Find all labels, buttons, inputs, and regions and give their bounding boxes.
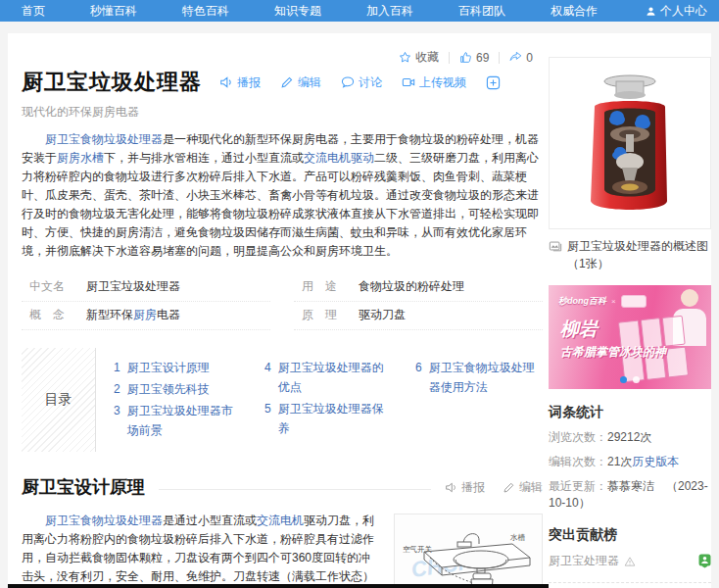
toc-item-2[interactable]: 2 厨卫宝领先科技 <box>114 379 239 399</box>
toc-label: 厨卫宝垃圾处理器市场前景 <box>127 401 239 440</box>
nav-item-join[interactable]: 加入百科 <box>366 3 413 20</box>
nav-item-home[interactable]: 首页 <box>22 3 45 20</box>
toc-num: 6 <box>415 358 422 397</box>
toc-item-6[interactable]: 6 厨卫宝食物垃圾处理器使用方法 <box>415 358 541 397</box>
toc-label: 厨卫宝设计原理 <box>127 358 210 377</box>
upload-video-label: 上传视频 <box>419 74 466 91</box>
inline-link[interactable]: 厨房 <box>133 308 157 321</box>
info-label: 概 念 <box>29 307 86 323</box>
nav-item-partner[interactable]: 权威合作 <box>551 3 598 20</box>
overview-image-card[interactable] <box>549 57 711 229</box>
section-header: 厨卫宝设计原理 播报 编辑 <box>22 475 543 499</box>
section-edit-label: 编辑 <box>519 479 543 496</box>
edits-row: 编辑次数：21次历史版本 <box>549 454 711 470</box>
figure-design-diagram[interactable]: CHCPU CHCPU <box>394 514 543 588</box>
inline-link[interactable]: 交流电机驱动 <box>304 151 374 165</box>
divider <box>159 489 431 490</box>
add-to-collection-button[interactable] <box>486 75 501 90</box>
info-row-concept: 概 念 新型环保厨房电器 <box>22 302 270 330</box>
toc-label: 厨卫宝领先科技 <box>127 379 210 399</box>
disposer-product-image <box>575 66 685 220</box>
toc-item-4[interactable]: 4 厨卫宝垃圾处理器的优点 <box>264 358 390 397</box>
nav-item-miaodong[interactable]: 秒懂百科 <box>90 3 137 20</box>
inline-link[interactable]: 交流电机 <box>257 514 304 527</box>
ad-tagline: 古希腊掌管冰块的神 <box>560 344 666 361</box>
inline-link[interactable]: 厨卫宝食物垃圾处理器 <box>45 132 163 146</box>
sidebar: 厨卫宝垃圾处理器的概述图（1张） 秒dong百科 × 柳岩 古希腊掌管冰块的神 … <box>549 57 711 588</box>
info-row-principle: 原 理 驱动刀盘 <box>294 302 543 330</box>
pencil-icon <box>280 75 294 89</box>
views-label: 浏览次数： <box>549 430 607 444</box>
top-nav: 首页 秒懂百科 特色百科 知识专题 加入百科 百科团队 权威合作 个人中心 <box>0 0 719 22</box>
views-row: 浏览次数：29212次 <box>549 429 711 446</box>
update-label: 最近更新： <box>549 479 607 493</box>
views-value: 29212次 <box>607 430 651 444</box>
text-segment: 电器 <box>157 308 180 321</box>
ad-banner[interactable]: 秒dong百科 × 柳岩 古希腊掌管冰块的神 <box>549 285 711 389</box>
share-icon <box>509 51 522 64</box>
history-versions-link[interactable]: 历史版本 <box>632 455 679 468</box>
section-broadcast-label: 播报 <box>461 479 485 496</box>
user-center-label: 个人中心 <box>660 3 707 20</box>
overview-caption[interactable]: 厨卫宝垃圾处理器的概述图（1张） <box>549 237 711 272</box>
section-edit-button[interactable]: 编辑 <box>503 479 543 496</box>
inline-link[interactable]: 厨房水槽 <box>57 151 104 165</box>
carousel-dot-active[interactable] <box>620 376 627 383</box>
text-segment: 是通过小型直流或 <box>163 514 257 527</box>
toc-column: 4 厨卫宝垃圾处理器的优点 5 厨卫宝垃圾处理器保养 <box>264 358 390 442</box>
last-editor[interactable]: 慕慕寒洁 <box>607 479 654 493</box>
info-row-use: 用 途 食物垃圾的粉碎处理 <box>294 273 543 302</box>
star-icon <box>399 51 411 64</box>
content-card: 收藏 69 0 厨卫宝垃圾处理器 <box>8 33 711 588</box>
person-icon <box>646 6 656 17</box>
section-broadcast-button[interactable]: 播报 <box>445 479 485 496</box>
upload-video-button[interactable]: 上传视频 <box>402 74 466 91</box>
toc-item-1[interactable]: 1 厨卫宝设计原理 <box>114 358 239 377</box>
text-segment: 二级、三级研磨刀盘，利用离心力将粉碎腔内的食物垃圾进行多次粉碎后排入下水道。产品… <box>22 151 539 258</box>
entry-statistics-block: 词条统计 浏览次数：29212次 编辑次数：21次历史版本 最近更新：慕慕寒洁 … <box>549 404 711 512</box>
like-button[interactable]: 69 <box>450 51 499 65</box>
ad-brand-logo: 秒dong百科 <box>558 295 606 308</box>
nav-item-topics[interactable]: 知识专题 <box>274 3 321 20</box>
nav-item-team[interactable]: 百科团队 <box>458 3 505 20</box>
inline-link[interactable]: 厨卫宝食物垃圾处理器 <box>45 514 163 527</box>
page-subtitle: 现代化的环保厨房电器 <box>22 104 543 121</box>
carousel-dots <box>620 376 640 383</box>
toc-num: 1 <box>114 358 120 377</box>
carousel-dot[interactable] <box>633 376 640 383</box>
share-count: 0 <box>526 51 533 65</box>
edits-value: 21次 <box>607 455 632 468</box>
toc-num: 5 <box>264 399 271 438</box>
info-value: 新型环保厨房电器 <box>86 307 180 323</box>
edit-button[interactable]: 编辑 <box>280 74 321 91</box>
title-actions: 播报 编辑 讨论 上传 <box>219 74 501 91</box>
section-body: CHCPU CHCPU <box>22 512 543 588</box>
contributor-badge-icon <box>698 554 711 568</box>
toc-item-3[interactable]: 3 厨卫宝垃圾处理器市场前景 <box>114 401 239 440</box>
toc-item-5[interactable]: 5 厨卫宝垃圾处理器保养 <box>264 399 390 438</box>
info-row-chinese-name: 中文名 厨卫宝垃圾处理器 <box>22 273 270 302</box>
share-button[interactable]: 0 <box>500 51 543 65</box>
contributor-row[interactable]: 厨卫宝处理器 <box>549 553 711 569</box>
contributors-block: 突出贡献榜 厨卫宝处理器 <box>549 526 711 569</box>
divider <box>549 582 711 583</box>
broadcast-label: 播报 <box>237 74 261 91</box>
main-column: 收藏 69 0 厨卫宝垃圾处理器 <box>22 33 543 588</box>
lead-paragraph: 厨卫宝食物垃圾处理器是一种现代化的新型环保厨房电器，主要用于食物垃圾的粉碎处理，… <box>22 130 543 261</box>
table-of-contents: 目录 1 厨卫宝设计原理 2 厨卫宝领先科技 3 厨卫宝垃圾处理器市场前景 <box>22 348 543 452</box>
entry-stats-row: 收藏 69 0 <box>22 49 543 66</box>
favorite-button[interactable]: 收藏 <box>389 49 449 66</box>
text-segment: 新型环保 <box>86 308 133 321</box>
toc-columns: 1 厨卫宝设计原理 2 厨卫宝领先科技 3 厨卫宝垃圾处理器市场前景 4 <box>96 348 541 452</box>
like-count: 69 <box>476 51 489 65</box>
section-title: 厨卫宝设计原理 <box>22 475 145 499</box>
toc-num: 4 <box>264 358 271 397</box>
label-air-switch: 空气开关 <box>403 545 433 554</box>
info-label: 用 途 <box>302 278 359 295</box>
page-title: 厨卫宝垃圾处理器 <box>22 68 202 97</box>
info-value: 驱动刀盘 <box>359 307 406 323</box>
nav-item-featured[interactable]: 特色百科 <box>182 3 229 20</box>
broadcast-button[interactable]: 播报 <box>219 74 261 91</box>
discuss-button[interactable]: 讨论 <box>341 74 382 91</box>
user-center-link[interactable]: 个人中心 <box>646 3 707 20</box>
